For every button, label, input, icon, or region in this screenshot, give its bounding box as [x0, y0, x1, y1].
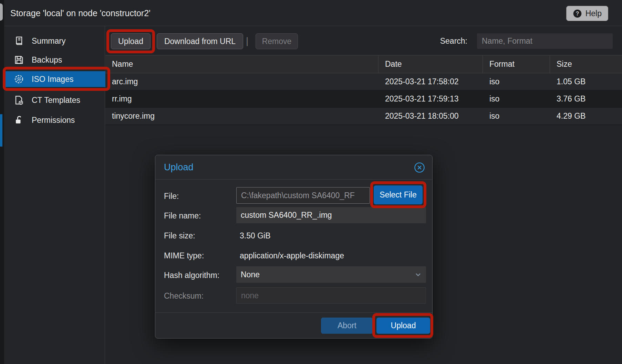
- upload-toolbar-button[interactable]: Upload: [111, 33, 151, 49]
- sidebar-item-ct-templates[interactable]: CT Templates: [4, 92, 106, 108]
- storage-sidebar: Summary Backups ISO Images CT: [4, 26, 105, 364]
- hash-algorithm-label: Hash algorithm:: [164, 271, 219, 280]
- abort-button: Abort: [321, 318, 373, 334]
- cell-date: 2025-03-21 18:05:00: [379, 108, 483, 125]
- sidebar-item-summary[interactable]: Summary: [4, 33, 106, 49]
- sidebar-item-iso-images[interactable]: ISO Images: [3, 71, 106, 87]
- help-button-label: Help: [585, 9, 602, 18]
- filename-input[interactable]: [236, 207, 426, 223]
- floppy-icon: [14, 55, 24, 65]
- sidebar-item-label: Permissions: [32, 116, 75, 125]
- sidebar-item-label: Backups: [32, 55, 62, 65]
- panel-expand-handle[interactable]: [0, 3, 3, 21]
- cell-name: rr.img: [105, 90, 379, 107]
- disc-icon: [14, 74, 24, 84]
- storage-content-panel: Storage 'local' on node 'constructor2' ?…: [0, 0, 622, 364]
- page-title: Storage 'local' on node 'constructor2': [10, 0, 151, 26]
- cell-name: arc.img: [105, 73, 379, 90]
- svg-text:?: ?: [576, 11, 579, 17]
- close-icon[interactable]: [414, 162, 425, 173]
- file-label: File:: [164, 192, 179, 201]
- column-header-name[interactable]: Name: [105, 55, 379, 73]
- file-path-input[interactable]: [236, 187, 370, 204]
- cell-size: 4.29 GB: [550, 108, 622, 125]
- remove-button: Remove: [256, 33, 298, 49]
- iso-images-table: Name Date Format Size arc.img 2025-03-21…: [105, 55, 622, 125]
- book-icon: [14, 36, 24, 46]
- select-file-button[interactable]: Select File: [374, 185, 423, 204]
- table-row[interactable]: arc.img 2025-03-21 17:58:02 iso 1.05 GB: [105, 73, 622, 90]
- mime-type-value: application/x-apple-diskimage: [240, 251, 344, 260]
- upload-dialog-footer: Abort Upload: [155, 312, 432, 339]
- upload-dialog-header: Upload: [155, 155, 432, 180]
- cell-size: 3.76 GB: [550, 90, 622, 107]
- collapsed-tree-panel-edge: [0, 0, 4, 364]
- hash-algorithm-value: None: [241, 270, 260, 279]
- hash-algorithm-select[interactable]: None: [236, 266, 426, 283]
- sidebar-item-label: ISO Images: [32, 75, 73, 84]
- filesize-value: 3.50 GiB: [240, 231, 271, 240]
- column-header-date[interactable]: Date: [379, 55, 483, 73]
- column-header-size[interactable]: Size: [550, 55, 622, 73]
- cell-date: 2025-03-21 17:59:13: [379, 90, 483, 107]
- upload-dialog: Upload File: Select File File name: File…: [155, 155, 433, 339]
- lock-open-icon: [14, 115, 24, 125]
- column-header-format[interactable]: Format: [483, 55, 550, 73]
- cell-date: 2025-03-21 17:58:02: [379, 73, 483, 90]
- filesize-label: File size:: [164, 231, 195, 240]
- table-row[interactable]: rr.img 2025-03-21 17:59:13 iso 3.76 GB: [105, 90, 622, 108]
- sidebar-item-backups[interactable]: Backups: [4, 52, 106, 68]
- cell-format: iso: [483, 73, 550, 90]
- chevron-down-icon: [414, 270, 423, 279]
- sidebar-item-label: Summary: [32, 36, 65, 46]
- upload-dialog-title: Upload: [164, 155, 194, 180]
- tree-selected-node-sliver: [0, 114, 2, 147]
- search-label: Search:: [429, 33, 467, 49]
- mime-type-label: MIME type:: [164, 251, 204, 260]
- table-row[interactable]: tinycore.img 2025-03-21 18:05:00 iso 4.2…: [105, 108, 622, 125]
- cell-format: iso: [483, 90, 550, 107]
- toolbar-separator: |: [246, 33, 248, 49]
- sidebar-item-permissions[interactable]: Permissions: [4, 112, 106, 128]
- checksum-label: Checksum:: [164, 291, 204, 301]
- cell-name: tinycore.img: [105, 108, 379, 125]
- help-button[interactable]: ? Help: [566, 6, 608, 21]
- cell-size: 1.05 GB: [550, 73, 622, 90]
- sidebar-item-label: CT Templates: [32, 96, 80, 105]
- filename-label: File name:: [164, 211, 201, 221]
- question-circle-icon: ?: [573, 9, 582, 18]
- title-bar: Storage 'local' on node 'constructor2' ?…: [0, 0, 622, 26]
- download-from-url-button[interactable]: Download from URL: [157, 33, 243, 49]
- template-icon: [14, 95, 24, 105]
- search-input[interactable]: [477, 33, 613, 49]
- checksum-input: [236, 287, 426, 304]
- cell-format: iso: [483, 108, 550, 125]
- table-header: Name Date Format Size: [105, 55, 622, 73]
- upload-dialog-button[interactable]: Upload: [376, 318, 430, 334]
